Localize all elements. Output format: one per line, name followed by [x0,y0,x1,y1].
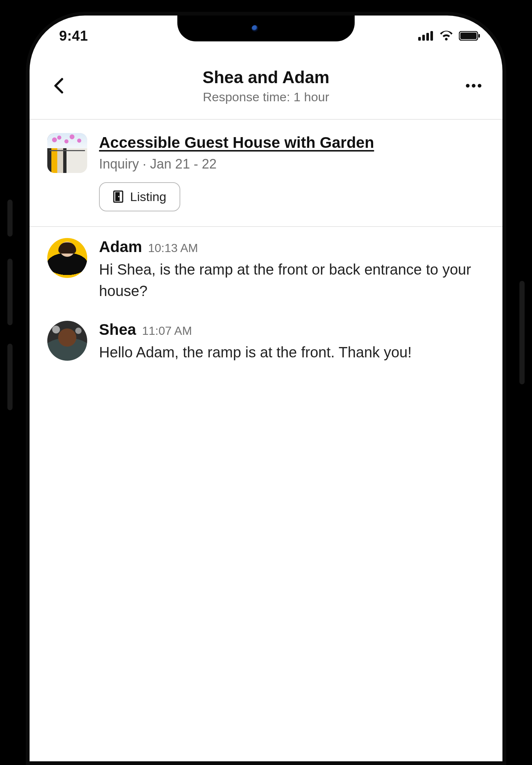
svg-rect-1 [422,35,425,41]
back-button[interactable] [47,75,69,97]
svg-rect-6 [478,34,480,38]
front-camera [252,25,258,32]
message: Shea11:07 AMHello Adam, the ramp is at t… [47,321,485,363]
conversation-title: Shea and Adam [69,67,463,88]
more-options-button[interactable] [463,75,485,97]
message: Adam10:13 AMHi Shea, is the ramp at the … [47,238,485,302]
message-sender: Shea [99,321,136,339]
door-icon [113,190,123,203]
phone-frame: 9:41 [11,0,521,765]
notch [177,16,355,41]
svg-rect-5 [460,33,477,39]
message-thread[interactable]: Adam10:13 AMHi Shea, is the ramp at the … [30,227,502,393]
svg-rect-3 [430,31,433,41]
battery-icon [459,31,480,41]
phone-bezel: 9:41 [26,12,506,765]
more-horizontal-icon [466,84,482,88]
response-time-label: Response time: 1 hour [69,90,463,104]
message-text: Hi Shea, is the ramp at the front or bac… [99,259,485,302]
svg-point-8 [472,84,475,88]
svg-point-7 [466,84,470,88]
svg-point-9 [478,84,481,88]
message-sender: Adam [99,238,142,256]
side-button [519,281,525,384]
side-button [7,259,13,325]
message-header: Adam10:13 AM [99,238,485,256]
listing-title-link[interactable]: Accessible Guest House with Garden [99,133,485,153]
listing-button[interactable]: Listing [99,182,180,211]
message-time: 10:13 AM [148,241,198,255]
svg-rect-0 [418,37,421,41]
message-body: Shea11:07 AMHello Adam, the ramp is at t… [99,321,485,363]
message-time: 11:07 AM [142,324,192,338]
listing-meta: Inquiry · Jan 21 - 22 [99,156,485,172]
wifi-icon [439,31,454,41]
avatar[interactable] [47,321,87,361]
cellular-icon [418,31,434,41]
conversation-header: Shea and Adam Response time: 1 hour [30,56,502,119]
avatar[interactable] [47,238,87,278]
side-button [7,200,13,237]
listing-summary: Accessible Guest House with Garden Inqui… [30,120,502,226]
listing-button-label: Listing [130,190,166,204]
message-text: Hello Adam, the ramp is at the front. Th… [99,341,485,363]
message-body: Adam10:13 AMHi Shea, is the ramp at the … [99,238,485,302]
svg-point-12 [118,196,120,197]
svg-rect-2 [426,33,429,41]
status-time: 9:41 [59,28,88,44]
status-indicators [418,31,480,41]
side-button [7,344,13,410]
chevron-left-icon [53,78,64,94]
listing-thumbnail[interactable] [47,133,87,173]
message-header: Shea11:07 AM [99,321,485,339]
screen: 9:41 [30,16,502,761]
